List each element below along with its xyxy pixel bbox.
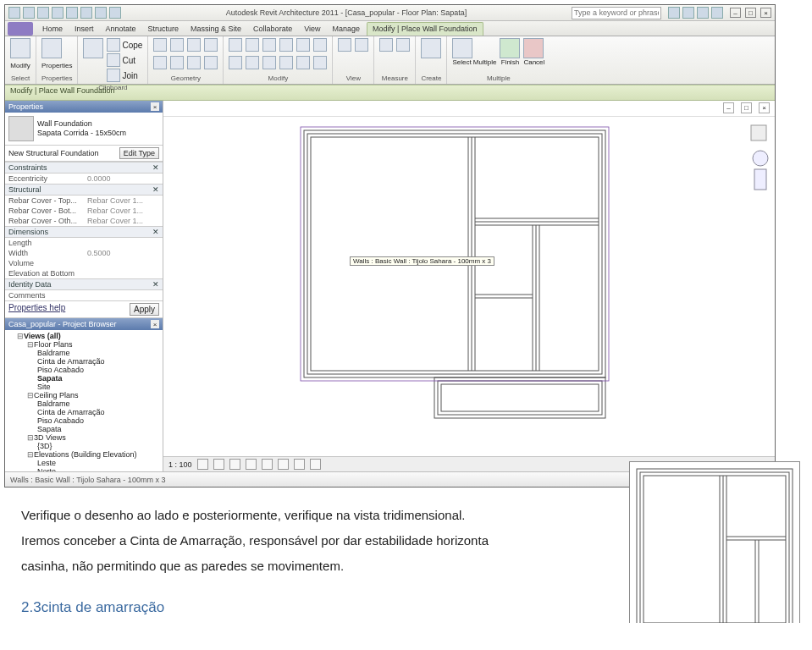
scale-icon[interactable] — [262, 56, 276, 69]
join-icon[interactable] — [107, 69, 120, 82]
measure-tool-icon[interactable] — [396, 38, 410, 52]
viewcube-icon[interactable] — [748, 122, 770, 144]
close-icon[interactable]: × — [760, 8, 771, 18]
exchange-icon[interactable] — [697, 7, 709, 19]
tree-item[interactable]: Norte — [37, 467, 161, 471]
tree-item[interactable]: Cinta de Amarração — [37, 408, 161, 416]
tab-annotate[interactable]: Annotate — [101, 23, 141, 36]
open-icon[interactable] — [37, 7, 49, 19]
delete-icon[interactable] — [313, 56, 327, 69]
crop-icon[interactable] — [262, 459, 273, 470]
tab-manage[interactable]: Manage — [328, 23, 366, 36]
crop-region-icon[interactable] — [278, 459, 289, 470]
scale-indicator[interactable]: 1 : 100 — [168, 460, 192, 469]
undo-icon[interactable] — [52, 7, 64, 19]
geom-icon-7[interactable] — [187, 56, 201, 69]
tree-item[interactable]: Piso Acabado — [37, 366, 161, 374]
paste-icon[interactable] — [83, 38, 103, 58]
side-figure — [629, 461, 800, 623]
reveal-icon[interactable] — [310, 459, 321, 470]
geom-icon-3[interactable] — [187, 38, 201, 52]
save-icon[interactable] — [23, 7, 35, 19]
properties-title[interactable]: Properties × — [5, 101, 163, 113]
tree-item[interactable]: Sapata — [37, 425, 161, 433]
edit-type-button[interactable]: Edit Type — [119, 147, 159, 159]
mirror-icon[interactable] — [279, 38, 293, 52]
hide-isolate-icon[interactable] — [294, 459, 305, 470]
tab-home[interactable]: Home — [37, 23, 68, 36]
cut-icon[interactable] — [107, 53, 120, 67]
geom-icon-6[interactable] — [170, 56, 184, 69]
tree-item[interactable]: Baldrame — [37, 349, 161, 357]
tree-item[interactable]: Baldrame — [37, 399, 161, 408]
app-menu-icon[interactable] — [8, 7, 20, 19]
copy-icon[interactable] — [246, 38, 259, 52]
project-browser-tree[interactable]: ⊟Views (all) ⊟Floor Plans Baldrame Cinta… — [5, 330, 163, 471]
floor-plan-drawing[interactable]: Walls : Basic Wall : Tijolo Sahara - 100… — [299, 125, 612, 430]
array-icon[interactable] — [279, 56, 293, 69]
minimize-icon[interactable]: – — [730, 8, 741, 18]
browser-close-icon[interactable]: × — [151, 320, 159, 328]
modify-icon[interactable] — [10, 38, 30, 58]
star-icon[interactable] — [682, 7, 694, 19]
rotate-icon[interactable] — [262, 38, 276, 52]
steering-wheel-icon[interactable] — [751, 149, 770, 193]
move-icon[interactable] — [229, 38, 242, 52]
properties-close-icon[interactable]: × — [151, 102, 159, 111]
align-icon[interactable] — [246, 56, 259, 69]
tree-item[interactable]: Cinta de Amarração — [37, 357, 161, 366]
project-browser-title[interactable]: Casa_popular - Project Browser × — [5, 318, 163, 330]
dimension-icon[interactable] — [379, 38, 393, 52]
shadows-icon[interactable] — [246, 459, 257, 470]
geom-icon-8[interactable] — [204, 56, 218, 69]
measure-icon[interactable] — [95, 7, 107, 19]
type-thumbnail-icon[interactable] — [8, 116, 34, 141]
properties-help-link[interactable]: Properties help — [8, 303, 65, 316]
offset-icon[interactable] — [229, 56, 242, 69]
tree-item[interactable]: Piso Acabado — [37, 416, 161, 425]
visual-style-icon[interactable] — [213, 459, 224, 470]
detail-level-icon[interactable] — [197, 459, 208, 470]
cancel-icon[interactable] — [523, 38, 544, 58]
tab-structure[interactable]: Structure — [143, 23, 185, 36]
view-icon-2[interactable] — [355, 38, 368, 52]
tab-massing[interactable]: Massing & Site — [185, 23, 246, 36]
maximize-icon[interactable]: □ — [745, 8, 756, 18]
geom-icon-1[interactable] — [153, 38, 167, 52]
geom-icon-5[interactable] — [153, 56, 167, 69]
split-icon[interactable] — [313, 38, 327, 52]
view-restore-icon[interactable]: □ — [741, 102, 752, 113]
apply-button[interactable]: Apply — [130, 303, 159, 316]
infocenter-icon[interactable] — [668, 7, 680, 19]
tab-view[interactable]: View — [299, 23, 325, 36]
select-multiple-icon[interactable] — [452, 38, 472, 58]
tab-modify-context[interactable]: Modify | Place Wall Foundation — [367, 22, 483, 36]
tree-item[interactable]: Site — [37, 383, 161, 391]
tab-insert[interactable]: Insert — [69, 23, 99, 36]
app-logo-icon[interactable] — [8, 22, 33, 36]
help-icon[interactable] — [711, 7, 723, 19]
print-icon[interactable] — [80, 7, 92, 19]
type-selector[interactable]: New Structural Foundation — [8, 149, 116, 157]
pin-icon[interactable] — [296, 56, 310, 69]
sync-icon[interactable] — [109, 7, 121, 19]
tab-collaborate[interactable]: Collaborate — [248, 23, 297, 36]
properties-icon[interactable] — [41, 38, 62, 58]
sunpath-icon[interactable] — [229, 459, 240, 470]
geom-icon-2[interactable] — [170, 38, 184, 52]
trim-icon[interactable] — [296, 38, 310, 52]
view-icon-1[interactable] — [338, 38, 351, 52]
redo-icon[interactable] — [66, 7, 78, 19]
tree-item[interactable]: {3D} — [37, 442, 161, 450]
view-minimize-icon[interactable]: – — [723, 102, 734, 113]
view-close-icon[interactable]: × — [759, 102, 770, 113]
cope-icon[interactable] — [107, 38, 120, 52]
tree-item-active[interactable]: Sapata — [37, 374, 161, 383]
tree-item[interactable]: Leste — [37, 459, 161, 467]
finish-icon[interactable] — [500, 38, 520, 58]
drawing-area[interactable]: – □ × — [163, 101, 775, 471]
create-icon[interactable] — [421, 38, 441, 58]
geom-icon-4[interactable] — [204, 38, 218, 52]
search-input[interactable] — [572, 7, 661, 19]
svg-rect-23 — [644, 476, 786, 623]
